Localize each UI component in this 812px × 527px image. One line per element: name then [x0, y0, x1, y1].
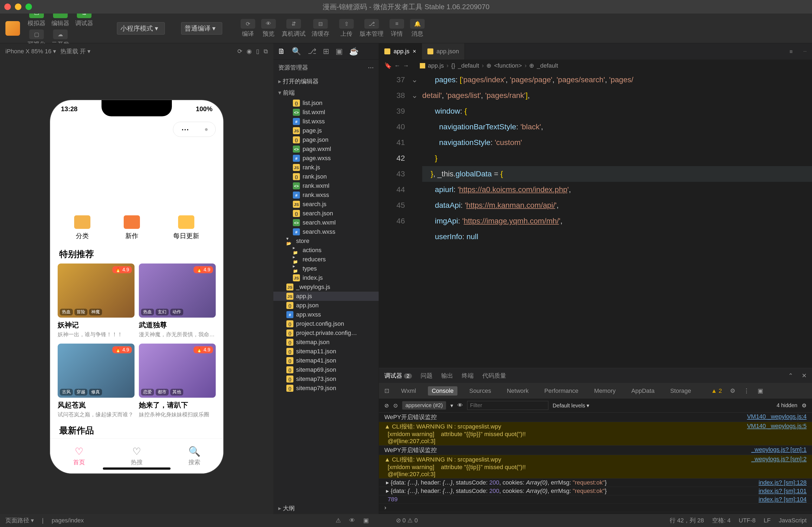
file-page.wxss[interactable]: #page.wxss — [273, 153, 379, 163]
hot-reload[interactable]: 热重载 开 ▾ — [60, 47, 90, 56]
gear-icon[interactable]: ⚙ — [730, 387, 735, 394]
panel-Console[interactable]: Console — [428, 386, 458, 396]
project-avatar[interactable] — [5, 21, 20, 36]
tb-真机调试[interactable]: ⇵真机调试 — [280, 18, 308, 39]
context-select[interactable]: appservice (#2) — [402, 401, 446, 410]
nav-每日更新[interactable]: 每日更新 — [173, 215, 199, 240]
inspect-icon[interactable]: ⊡ — [385, 387, 389, 394]
page-path[interactable]: pages/index — [52, 517, 84, 524]
panel-Performance[interactable]: Performance — [540, 386, 582, 396]
code-editor[interactable]: 37383940414243444546 ⌄ ⌄ pages: ['pages/… — [379, 72, 812, 368]
git-icon[interactable]: ⎇ — [308, 47, 316, 56]
file-reducers[interactable]: ▸ 📁reducers — [273, 255, 379, 264]
search-icon[interactable]: 🔍 — [292, 47, 301, 56]
phone-simulator[interactable]: 13:28100% ⋯◎ 分类新作每日更新 特别推荐 🔥 4.9热血冒险神魔妖神… — [50, 100, 223, 473]
file-sitemap73.json[interactable]: {}sitemap73.json — [273, 375, 379, 384]
dbg-输出[interactable]: 输出 — [441, 372, 453, 380]
window-controls[interactable] — [4, 3, 32, 10]
files-icon[interactable]: 🗎 — [278, 47, 285, 56]
record-icon[interactable]: ◉ — [247, 48, 252, 55]
warn-count[interactable]: ▲ 2 — [711, 387, 722, 394]
tb-清缓存[interactable]: ⊟清缓存 — [309, 18, 332, 39]
panel-Storage[interactable]: Storage — [666, 386, 695, 396]
capsule-button[interactable]: ⋯◎ — [173, 122, 216, 137]
outline[interactable]: 大纲 — [273, 503, 379, 514]
console-row[interactable]: › — [379, 504, 812, 512]
tb-消息[interactable]: 🔔消息 — [408, 18, 427, 39]
collapse-icon[interactable]: ⌃ — [788, 372, 793, 379]
file-list.json[interactable]: {}list.json — [273, 99, 379, 108]
gear-icon[interactable]: ⚙ — [802, 402, 807, 409]
file-sitemap79.json[interactable]: {}sitemap79.json — [273, 384, 379, 393]
console-row[interactable]: ▲ CLI报错: WARNING IN : srcpageslist.wpy [… — [379, 455, 812, 479]
card-她来了，请趴下[interactable]: 🔥 4.9恋爱都市其他她来了，请趴下妹控杀神化身妹妹模扫娱乐圈 — [139, 343, 216, 418]
bookmark-icon[interactable]: 🔖 — [385, 62, 392, 69]
dbg-终端[interactable]: 终端 — [462, 372, 474, 380]
file-rank.js[interactable]: JSrank.js — [273, 163, 379, 172]
file-app.js[interactable]: JSapp.js — [273, 292, 379, 301]
file-_wepylogs.js[interactable]: JS_wepylogs.js — [273, 282, 379, 292]
copy-icon[interactable]: ⧉ — [264, 48, 268, 55]
file-search.wxss[interactable]: #search.wxss — [273, 227, 379, 236]
file-sitemap11.json[interactable]: {}sitemap11.json — [273, 347, 379, 356]
file-sitemap69.json[interactable]: {}sitemap69.json — [273, 365, 379, 375]
nav-fwd-icon[interactable]: → — [403, 62, 409, 69]
dbg-代码质量[interactable]: 代码质量 — [482, 372, 506, 380]
file-page.json[interactable]: {}page.json — [273, 135, 379, 145]
ext-icon[interactable]: ⊞ — [323, 47, 329, 56]
tab-搜索[interactable]: 🔍搜索 — [188, 446, 201, 466]
file-types[interactable]: ▸ 📁types — [273, 264, 379, 273]
card-妖神记[interactable]: 🔥 4.9热血冒险神魔妖神记妖神一出，谁与争锋！！！ — [58, 263, 134, 338]
more-icon[interactable]: ⋯ — [798, 49, 812, 53]
workspace-root[interactable]: 前端 — [273, 87, 379, 99]
tb-上传[interactable]: ⇧上传 — [337, 18, 356, 39]
file-app.wxss[interactable]: #app.wxss — [273, 310, 379, 319]
hidden-count[interactable]: 4 hidden — [777, 402, 797, 409]
indent[interactable]: 空格: 4 — [712, 516, 730, 525]
tb-编译[interactable]: ⟳编译 — [238, 18, 257, 39]
problems[interactable]: ⊘ 0 ⚠ 0 — [396, 517, 418, 524]
tb-版本管理[interactable]: ⎇版本管理 — [358, 18, 386, 39]
console-row[interactable]: WePY开启错误监控_wepylogs.js? [sm]:1 — [379, 445, 812, 455]
top-icon[interactable]: ⊙ — [393, 402, 398, 409]
console-row[interactable]: WePY开启错误监控VM140 _wepylogs.js:4 — [379, 413, 812, 422]
page-path-label[interactable]: 页面路径 ▾ — [5, 516, 34, 525]
compile-select[interactable]: 普通编译 ▾ — [181, 22, 222, 35]
panel-Sources[interactable]: Sources — [466, 386, 495, 396]
device-select[interactable]: iPhone X 85% 16 ▾ — [5, 48, 56, 55]
nav-分类[interactable]: 分类 — [74, 215, 90, 240]
nav-back-icon[interactable]: ← — [394, 62, 400, 69]
kebab-icon[interactable]: ⋮ — [743, 387, 750, 394]
file-rank.wxml[interactable]: <>rank.wxml — [273, 181, 379, 190]
tb-预览[interactable]: 👁预览 — [259, 18, 278, 39]
file-list.wxml[interactable]: <>list.wxml — [273, 108, 379, 117]
file-sitemap41.json[interactable]: {}sitemap41.json — [273, 356, 379, 365]
file-project.config.json[interactable]: {}project.config.json — [273, 319, 379, 328]
card-风起苍岚[interactable]: 🔥 4.9古风穿越修真风起苍岚试问苍岚之巅，缘起缘灭而谁？ — [58, 343, 134, 418]
open-editors[interactable]: 打开的编辑器 — [273, 76, 379, 87]
tab-app.js[interactable]: app.js× — [379, 43, 422, 59]
breadcrumb[interactable]: 🔖 ← → app.js› {}_default› ⊕<function>› ⊕… — [379, 59, 812, 72]
file-actions[interactable]: ▸ 📁actions — [273, 246, 379, 255]
console-row[interactable]: ▸ {data: {…}, header: {…}, statusCode: 2… — [379, 479, 812, 487]
file-page.js[interactable]: JSpage.js — [273, 126, 379, 135]
phone-icon[interactable]: ▯ — [256, 48, 259, 55]
levels-select[interactable]: Default levels ▾ — [553, 402, 590, 409]
refresh-icon[interactable]: ⟳ — [237, 48, 242, 55]
panel-Network[interactable]: Network — [503, 386, 532, 396]
eye-icon[interactable]: 👁 — [458, 402, 463, 409]
panel-AppData[interactable]: AppData — [628, 386, 658, 396]
encoding[interactable]: UTF-8 — [739, 517, 755, 524]
file-list.wxss[interactable]: #list.wxss — [273, 117, 379, 126]
dock-icon[interactable]: ▣ — [363, 517, 369, 524]
split-icon[interactable]: ▥ — [784, 49, 798, 53]
coffee-icon[interactable]: ☕ — [349, 47, 359, 56]
console-row[interactable]: ▲ CLI报错: WARNING IN : srcpageslist.wpy [… — [379, 422, 812, 445]
nav-新作[interactable]: 新作 — [124, 215, 140, 240]
panel-Wxml[interactable]: Wxml — [397, 386, 420, 396]
mode-select[interactable]: 小程序模式 ▾ — [117, 22, 165, 35]
dbg-调试器[interactable]: 调试器 2 — [385, 372, 412, 380]
tab-热搜[interactable]: ♡热搜 — [131, 446, 143, 466]
language[interactable]: JavaScript — [779, 517, 807, 524]
console-row[interactable]: ▸ {data: {…}, header: {…}, statusCode: 2… — [379, 487, 812, 495]
